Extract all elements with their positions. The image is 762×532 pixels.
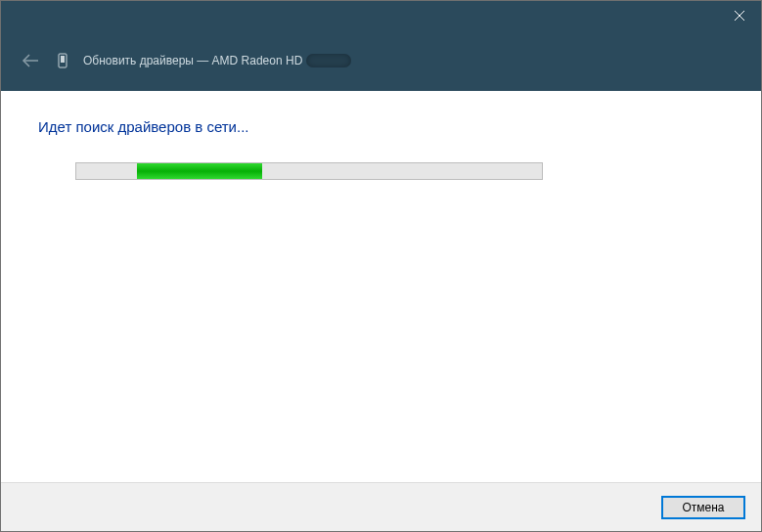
device-icon	[56, 52, 69, 69]
header-bar: Обновить драйверы — AMD Radeon HD	[1, 30, 761, 91]
titlebar	[1, 1, 761, 30]
cancel-button[interactable]: Отмена	[661, 496, 745, 519]
svg-rect-4	[61, 56, 65, 63]
progress-chunk	[137, 163, 262, 179]
progress-bar	[75, 162, 543, 180]
back-button[interactable]	[19, 49, 42, 72]
dialog-window: Обновить драйверы — AMD Radeon HD Идет п…	[0, 0, 762, 532]
content-area: Идет поиск драйверов в сети...	[1, 91, 761, 482]
arrow-left-icon	[22, 54, 39, 67]
cancel-button-label: Отмена	[682, 501, 724, 514]
header-title: Обновить драйверы — AMD Radeon HD	[83, 54, 351, 67]
redacted-text	[306, 54, 351, 67]
footer-bar: Отмена	[1, 482, 761, 531]
close-icon	[735, 11, 744, 21]
close-button[interactable]	[717, 1, 761, 30]
status-text: Идет поиск драйверов в сети...	[38, 118, 724, 135]
header-title-text: Обновить драйверы — AMD Radeon HD	[83, 54, 302, 67]
